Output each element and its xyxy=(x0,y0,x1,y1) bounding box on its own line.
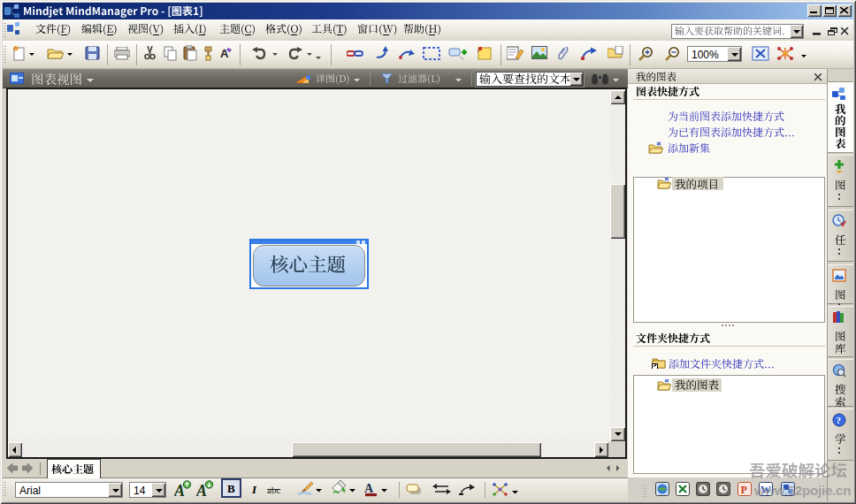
svg-text:A: A xyxy=(364,482,374,495)
svg-text:P: P xyxy=(741,484,747,496)
svg-text:?: ? xyxy=(837,415,842,425)
